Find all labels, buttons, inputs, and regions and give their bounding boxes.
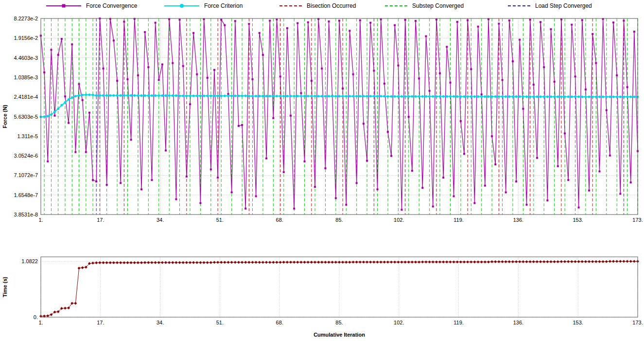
svg-text:136.: 136. <box>513 217 523 223</box>
svg-text:68.: 68. <box>276 320 283 325</box>
legend-label-force-convergence: Force Convergence <box>86 2 137 9</box>
legend-item-force-criterion[interactable]: Force Criterion <box>164 2 243 9</box>
svg-text:1.0822: 1.0822 <box>21 258 38 264</box>
legend-item-bisection-occurred[interactable]: Bisection Occurred <box>279 2 356 9</box>
force-axis-title: Force (N) <box>2 105 8 128</box>
svg-text:68.: 68. <box>276 217 283 223</box>
svg-text:34.: 34. <box>157 217 164 223</box>
svg-text:0.: 0. <box>34 314 38 320</box>
bisection-line-sample <box>279 3 302 9</box>
circle-marker-icon <box>180 4 184 8</box>
convergence-charts: 1.17.34.51.68.85.102.119.136.153.173.8.2… <box>0 0 644 341</box>
legend-item-substep-converged[interactable]: Substep Converged <box>385 2 464 9</box>
legend-label-substep-converged: Substep Converged <box>412 2 464 9</box>
svg-text:8.2273e-2: 8.2273e-2 <box>14 16 38 21</box>
svg-text:1.: 1. <box>38 217 43 223</box>
legend-item-force-convergence[interactable]: Force Convergence <box>46 2 137 9</box>
svg-text:85.: 85. <box>335 320 343 325</box>
svg-text:1.: 1. <box>38 320 43 325</box>
legend-item-load-step-converged[interactable]: Load Step Converged <box>508 2 592 9</box>
svg-text:173.: 173. <box>632 320 643 325</box>
svg-text:173.: 173. <box>632 217 643 223</box>
svg-text:3.8531e-8: 3.8531e-8 <box>14 212 38 217</box>
svg-text:85.: 85. <box>335 217 343 223</box>
solution-convergence-panel: Force Convergence Force Criterion Bisect… <box>0 0 644 341</box>
svg-text:7.1072e-7: 7.1072e-7 <box>14 172 38 178</box>
square-marker-icon <box>62 4 66 8</box>
svg-text:51.: 51. <box>216 217 224 223</box>
svg-text:1.6548e-7: 1.6548e-7 <box>14 192 38 198</box>
svg-text:4.4603e-3: 4.4603e-3 <box>14 55 38 61</box>
svg-text:17.: 17. <box>97 320 104 325</box>
legend-label-force-criterion: Force Criterion <box>204 2 243 9</box>
load-step-converged-line-sample <box>508 3 530 9</box>
x-axis-title: Cumulative Iteration <box>313 332 365 338</box>
svg-text:153.: 153. <box>573 320 583 325</box>
legend-label-load-step-converged: Load Step Converged <box>535 2 592 9</box>
svg-text:102.: 102. <box>394 320 404 325</box>
time-chart: 1.17.34.51.68.85.102.119.136.153.173.0.1… <box>2 257 643 338</box>
time-axis-title: Time (s) <box>2 277 8 297</box>
svg-text:51.: 51. <box>216 320 224 325</box>
svg-text:153.: 153. <box>573 217 583 223</box>
svg-text:1.311e-5: 1.311e-5 <box>17 133 38 139</box>
svg-text:34.: 34. <box>157 320 164 325</box>
svg-text:102.: 102. <box>394 217 404 223</box>
substep-converged-line-sample <box>385 3 407 9</box>
svg-text:17.: 17. <box>97 217 104 223</box>
force-criterion-line-sample <box>164 3 199 9</box>
force-convergence-line-sample <box>46 3 81 9</box>
force-chart: 1.17.34.51.68.85.102.119.136.153.173.8.2… <box>2 16 643 223</box>
legend-label-bisection-occurred: Bisection Occurred <box>307 2 356 9</box>
svg-text:1.9156e-2: 1.9156e-2 <box>14 35 38 41</box>
svg-text:1.0385e-3: 1.0385e-3 <box>14 74 38 80</box>
svg-text:119.: 119. <box>453 217 464 223</box>
svg-text:2.4181e-4: 2.4181e-4 <box>14 94 38 100</box>
svg-text:3.0524e-6: 3.0524e-6 <box>14 153 38 159</box>
svg-text:5.6303e-5: 5.6303e-5 <box>14 114 38 120</box>
svg-text:136.: 136. <box>513 320 523 325</box>
svg-text:119.: 119. <box>453 320 464 325</box>
chart-legend: Force Convergence Force Criterion Bisect… <box>0 2 644 13</box>
